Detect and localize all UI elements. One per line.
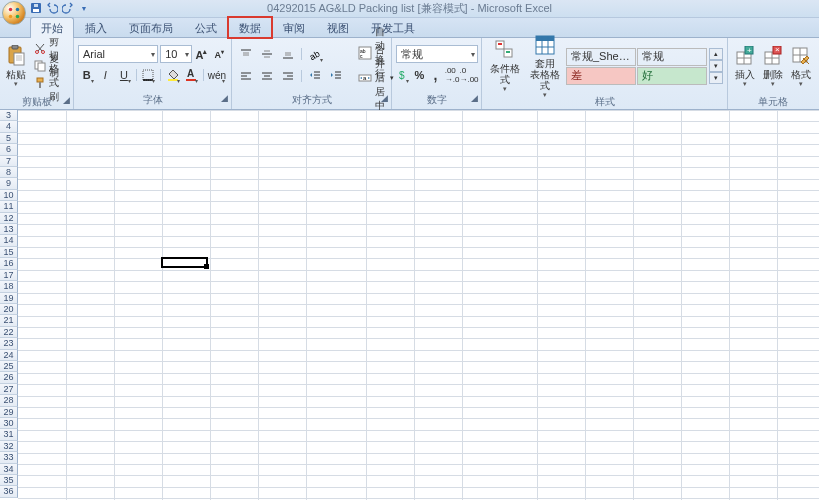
currency-button[interactable]: $▾	[396, 65, 411, 85]
align-launcher[interactable]: ◢	[379, 93, 389, 103]
font-size-combo[interactable]: 10▾	[160, 45, 191, 63]
decrease-decimal-icon: .0→.00	[459, 66, 478, 84]
tab-3[interactable]: 公式	[184, 17, 228, 38]
styles-scroll-up[interactable]: ▴	[709, 48, 723, 60]
row-header[interactable]: 28	[0, 395, 18, 406]
row-header[interactable]: 34	[0, 464, 18, 475]
row-header[interactable]: 36	[0, 486, 18, 497]
tab-5[interactable]: 审阅	[272, 17, 316, 38]
italic-icon: I	[104, 69, 107, 81]
row-header[interactable]: 30	[0, 418, 18, 429]
save-icon[interactable]	[30, 2, 42, 14]
redo-icon[interactable]	[62, 2, 74, 14]
tab-2[interactable]: 页面布局	[118, 17, 184, 38]
increase-decimal-button[interactable]: .00→.0	[444, 65, 460, 85]
tab-6[interactable]: 视图	[316, 17, 360, 38]
bold-button[interactable]: B▾	[78, 65, 96, 85]
clipboard-launcher[interactable]: ◢	[61, 95, 71, 105]
underline-button[interactable]: U▾	[115, 65, 133, 85]
align-left-button[interactable]	[236, 66, 256, 86]
insert-cells-button[interactable]: + 插入▾	[732, 40, 758, 92]
tab-4[interactable]: 数据	[228, 17, 272, 38]
indent-decrease-button[interactable]	[305, 66, 325, 86]
row-header[interactable]: 8	[0, 167, 18, 178]
fill-color-button[interactable]: ▾	[164, 65, 182, 85]
row-header[interactable]: 17	[0, 270, 18, 281]
style-normal[interactable]: 常规	[637, 48, 707, 66]
scissors-icon	[34, 42, 46, 56]
phonetic-button[interactable]: wén▾	[207, 65, 227, 85]
format-cells-button[interactable]: 格式▾	[788, 40, 814, 92]
font-color-button[interactable]: A▾	[183, 65, 201, 85]
row-header[interactable]: 4	[0, 121, 18, 132]
row-header[interactable]: 6	[0, 144, 18, 155]
row-header[interactable]: 24	[0, 350, 18, 361]
row-header[interactable]: 3	[0, 110, 18, 121]
format-painter-button[interactable]: 格式刷	[30, 75, 69, 91]
row-header[interactable]: 12	[0, 213, 18, 224]
comma-button[interactable]: ,	[428, 65, 443, 85]
row-header[interactable]: 18	[0, 281, 18, 292]
svg-rect-6	[34, 4, 38, 7]
align-middle-button[interactable]	[257, 44, 277, 64]
number-launcher[interactable]: ◢	[469, 93, 479, 103]
row-header[interactable]: 14	[0, 235, 18, 246]
style-good[interactable]: 好	[637, 67, 707, 85]
font-launcher[interactable]: ◢	[219, 93, 229, 103]
shrink-font-button[interactable]: A▾	[211, 45, 227, 63]
selected-cell[interactable]	[161, 257, 208, 267]
row-header[interactable]: 15	[0, 247, 18, 258]
tab-7[interactable]: 开发工具	[360, 17, 426, 38]
row-header[interactable]: 21	[0, 315, 18, 326]
row-header[interactable]: 11	[0, 201, 18, 212]
row-header[interactable]: 35	[0, 475, 18, 486]
row-header[interactable]: 20	[0, 304, 18, 315]
svg-point-0	[9, 8, 13, 12]
tab-0[interactable]: 开始	[30, 17, 74, 38]
row-header[interactable]: 27	[0, 384, 18, 395]
row-header[interactable]: 9	[0, 178, 18, 189]
row-header[interactable]: 5	[0, 133, 18, 144]
paste-button[interactable]: 粘贴 ▾	[4, 40, 28, 92]
styles-scroll-down[interactable]: ▾	[709, 60, 723, 72]
conditional-format-button[interactable]: 条件格式▾	[486, 40, 524, 92]
align-right-button[interactable]	[278, 66, 298, 86]
decrease-decimal-button[interactable]: .0→.00	[461, 65, 477, 85]
cell-styles-gallery[interactable]: 常规_She… 常规 差 好	[566, 48, 707, 85]
grow-font-button[interactable]: A▴	[194, 45, 210, 63]
row-header[interactable]: 7	[0, 156, 18, 167]
format-as-table-button[interactable]: 套用 表格格式▾	[526, 40, 564, 92]
align-top-button[interactable]	[236, 44, 256, 64]
row-header[interactable]: 32	[0, 441, 18, 452]
row-header[interactable]: 22	[0, 327, 18, 338]
italic-button[interactable]: I	[97, 65, 115, 85]
align-bottom-button[interactable]	[278, 44, 298, 64]
row-header[interactable]: 10	[0, 190, 18, 201]
styles-more[interactable]: ▾	[709, 72, 723, 84]
delete-cells-button[interactable]: × 删除▾	[760, 40, 786, 92]
row-header[interactable]: 13	[0, 224, 18, 235]
undo-icon[interactable]	[46, 2, 58, 14]
tab-1[interactable]: 插入	[74, 17, 118, 38]
row-header[interactable]: 25	[0, 361, 18, 372]
orientation-button[interactable]: ab▾	[305, 44, 325, 64]
row-header[interactable]: 29	[0, 407, 18, 418]
row-header[interactable]: 26	[0, 372, 18, 383]
align-center-button[interactable]	[257, 66, 277, 86]
row-header[interactable]: 19	[0, 293, 18, 304]
style-bad[interactable]: 差	[566, 67, 636, 85]
wrap-icon: abc	[358, 46, 372, 60]
percent-button[interactable]: %	[412, 65, 427, 85]
row-header[interactable]: 31	[0, 429, 18, 440]
indent-increase-button[interactable]	[326, 66, 346, 86]
worksheet-grid[interactable]: 3456789101112131415161718192021222324252…	[0, 110, 819, 500]
row-header[interactable]: 33	[0, 452, 18, 463]
row-header[interactable]: 16	[0, 258, 18, 269]
border-button[interactable]: ▾	[140, 65, 158, 85]
qat-dropdown-icon[interactable]: ▼	[78, 2, 90, 14]
font-name-combo[interactable]: Arial▾	[78, 45, 158, 63]
number-format-combo[interactable]: 常规▾	[396, 45, 478, 63]
office-button[interactable]	[2, 1, 26, 25]
row-header[interactable]: 23	[0, 338, 18, 349]
style-normal-she[interactable]: 常规_She…	[566, 48, 636, 66]
